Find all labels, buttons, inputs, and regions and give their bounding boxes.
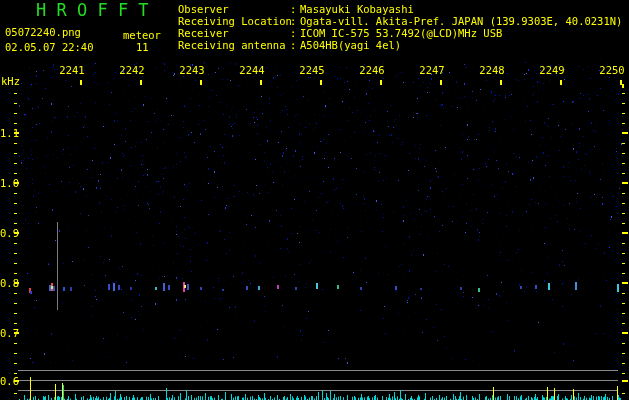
y-axis-unit-label: kHz [1,75,20,87]
time-tick-label: 2243 [176,64,208,76]
time-tick-label: 2241 [56,64,88,76]
freq-tick-label: 0.8 [0,277,13,289]
info-label: Receiver [178,27,290,39]
info-label: Receiving Location [178,15,290,27]
freq-tick-label: 0.9 [0,227,13,239]
meteor-count: 11 [136,41,149,53]
info-label: Observer [178,3,290,15]
time-tick-label: 2249 [536,64,568,76]
freq-tick-label: 0.7 [0,327,13,339]
info-row-antenna: Receiving antenna:A504HB(yagi 4el) [178,39,622,51]
info-label: Receiving antenna [178,39,290,51]
time-tick-label: 2247 [416,64,448,76]
info-separator: : [290,15,300,27]
info-row-receiver: Receiver:ICOM IC-575 53.7492(@LCD)MHz US… [178,27,622,39]
info-value: Ogata-vill. Akita-Pref. JAPAN (139.9303E… [300,15,622,27]
time-tick-label: 2244 [236,64,268,76]
time-tick-label: 2250 [596,64,628,76]
output-filename: 05072240.png [5,26,81,38]
info-value: A504HB(yagi 4el) [300,39,401,51]
station-info-block: Observer:Masayuki Kobayashi Receiving Lo… [178,3,622,51]
hrofft-screenshot: H R O F F T 05072240.png meteor 02.05.07… [0,0,629,400]
app-title: H R O F F T [36,2,149,19]
info-row-observer: Observer:Masayuki Kobayashi [178,3,622,15]
freq-tick-label: 0.6 [0,375,13,387]
time-tick-label: 2246 [356,64,388,76]
info-separator: : [290,27,300,39]
time-tick-label: 2248 [476,64,508,76]
time-tick-label: 2242 [116,64,148,76]
freq-tick-label: 1.1 [0,127,13,139]
info-value: Masayuki Kobayashi [300,3,414,15]
observation-datetime: 02.05.07 22:40 [5,41,94,53]
observation-mode-label: meteor [123,29,161,41]
info-separator: : [290,39,300,51]
info-value: ICOM IC-575 53.7492(@LCD)MHz USB [300,27,502,39]
spectrogram-canvas [0,0,629,400]
time-tick-label: 2245 [296,64,328,76]
info-row-location: Receiving Location:Ogata-vill. Akita-Pre… [178,15,622,27]
freq-tick-label: 1.0 [0,177,13,189]
info-separator: : [290,3,300,15]
